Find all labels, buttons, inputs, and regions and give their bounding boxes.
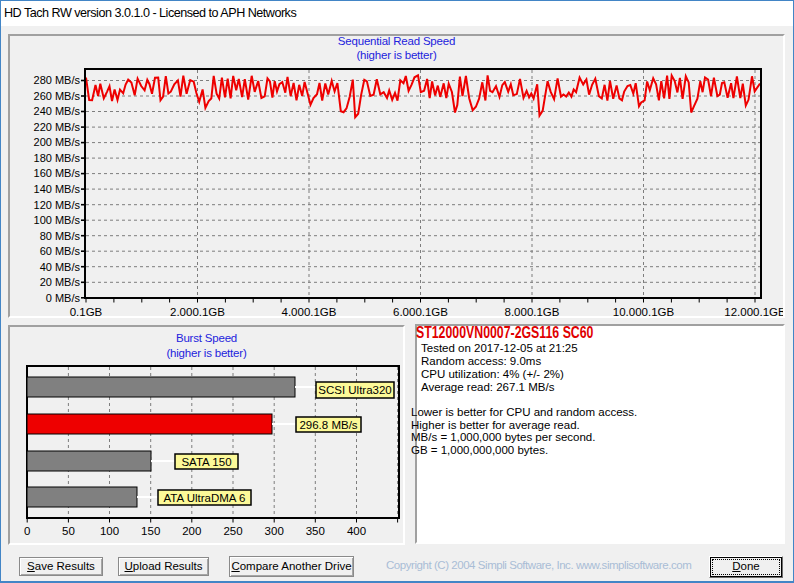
svg-text:20 MB/s: 20 MB/s [40, 276, 81, 288]
svg-text:220 MB/s: 220 MB/s [34, 121, 81, 133]
svg-text:300: 300 [265, 525, 284, 537]
svg-text:12,000.1GB: 12,000.1GB [724, 306, 786, 318]
svg-text:296.8 MB/s: 296.8 MB/s [299, 419, 357, 431]
svg-text:40 MB/s: 40 MB/s [40, 261, 81, 273]
svg-text:280 MB/s: 280 MB/s [34, 74, 81, 86]
svg-text:100 MB/s: 100 MB/s [34, 214, 81, 226]
svg-text:2,000.1GB: 2,000.1GB [170, 306, 225, 318]
svg-text:80 MB/s: 80 MB/s [40, 230, 81, 242]
svg-text:10,000.1GB: 10,000.1GB [613, 306, 675, 318]
svg-text:8,000.1GB: 8,000.1GB [505, 306, 560, 318]
svg-text:ATA UltraDMA 6: ATA UltraDMA 6 [163, 492, 245, 504]
svg-text:100: 100 [100, 525, 119, 537]
svg-text:180 MB/s: 180 MB/s [34, 152, 81, 164]
svg-text:SATA 150: SATA 150 [181, 456, 231, 468]
svg-text:6,000.1GB: 6,000.1GB [393, 306, 448, 318]
svg-text:0: 0 [24, 525, 30, 537]
svg-text:200 MB/s: 200 MB/s [34, 136, 81, 148]
svg-text:240 MB/s: 240 MB/s [34, 105, 81, 117]
svg-text:140 MB/s: 140 MB/s [34, 183, 81, 195]
svg-text:SCSI Ultra320: SCSI Ultra320 [318, 384, 392, 396]
svg-text:150: 150 [141, 525, 160, 537]
svg-text:260 MB/s: 260 MB/s [34, 90, 81, 102]
svg-text:4,000.1GB: 4,000.1GB [282, 306, 337, 318]
svg-text:250: 250 [223, 525, 242, 537]
svg-text:160 MB/s: 160 MB/s [34, 167, 81, 179]
svg-text:60 MB/s: 60 MB/s [40, 245, 81, 257]
svg-text:200: 200 [182, 525, 201, 537]
svg-text:350: 350 [306, 525, 325, 537]
svg-text:0.1GB: 0.1GB [70, 306, 103, 318]
svg-text:50: 50 [62, 525, 75, 537]
svg-text:0 MB/s: 0 MB/s [46, 292, 81, 304]
svg-text:400: 400 [347, 525, 366, 537]
svg-text:120 MB/s: 120 MB/s [34, 199, 81, 211]
